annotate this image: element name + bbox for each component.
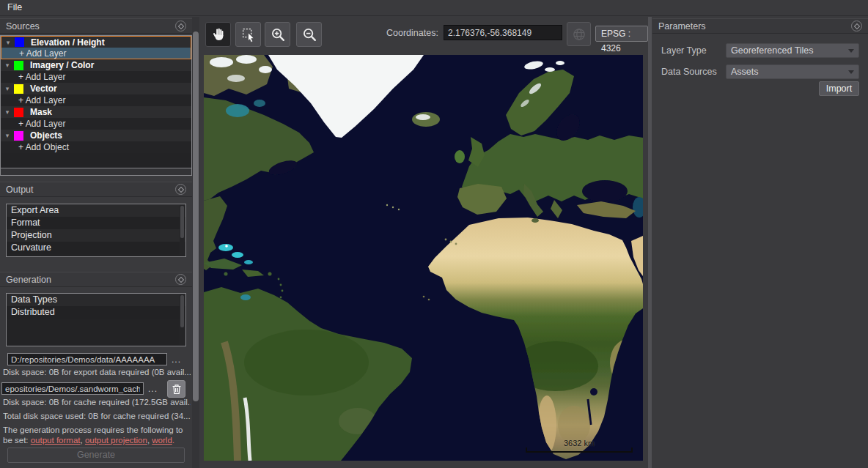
sources-tree-hscrollbar[interactable] [0, 168, 192, 176]
expand-arrow-icon[interactable]: ▾ [1, 62, 14, 69]
add-layer-item[interactable]: + Add Layer [1, 94, 191, 106]
cache-path-browse-button[interactable]: ... [148, 384, 158, 394]
list-item[interactable]: Format [7, 217, 185, 229]
coordinates-label: Coordinates: [386, 28, 438, 38]
export-path-browse-button[interactable]: ... [172, 354, 181, 365]
data-sources-dropdown[interactable]: Assets [726, 64, 859, 79]
generate-button[interactable]: Generate [7, 447, 185, 463]
layer-color-swatch [15, 37, 24, 47]
chevron-down-icon [848, 70, 854, 74]
link-output-projection[interactable]: output projection [85, 436, 147, 445]
sources-panel-header: Sources [0, 18, 192, 34]
requirements-text: The generation process requires the foll… [3, 425, 189, 445]
list-scrollbar[interactable] [180, 294, 185, 345]
source-group-imagery-color[interactable]: ▾Imagery / Color [1, 59, 191, 71]
selection-cursor-icon [240, 26, 257, 42]
link-output-format[interactable]: output format [31, 436, 81, 445]
list-item[interactable]: Curvature [7, 242, 185, 254]
sources-panel-title: Sources [6, 21, 40, 31]
list-scrollbar[interactable] [180, 205, 185, 256]
generation-panel-title: Generation [6, 275, 51, 285]
output-panel-header: Output [0, 182, 192, 197]
add-layer-item[interactable]: + Add Layer [1, 118, 191, 130]
zoom-out-icon [301, 26, 317, 42]
layer-color-swatch [14, 108, 23, 117]
map-scale-label: 3632 km [526, 439, 633, 447]
layer-type-value: Georeferenced Tiles [731, 44, 814, 57]
sources-tree: ▾Elevation / Height+ Add Layer▾Imagery /… [0, 35, 192, 168]
cache-disk-note: Disk space: 0B for cache required (172.5… [3, 398, 191, 406]
data-sources-value: Assets [731, 65, 759, 78]
parameters-panel: Parameters Layer Type Georeferenced Tile… [652, 17, 868, 468]
epsg-badge[interactable]: EPSG : 4326 [595, 26, 648, 42]
panel-splitter[interactable] [648, 17, 652, 468]
list-item[interactable]: Distributed [7, 306, 185, 319]
app-window: { "menu": { "items": ["File"] }, "source… [0, 0, 868, 468]
select-region-tool-button[interactable] [235, 22, 261, 47]
expand-arrow-icon[interactable]: ▾ [1, 108, 14, 116]
list-item[interactable]: Projection [7, 229, 185, 242]
menu-bar: File [0, 0, 868, 16]
hand-icon [211, 27, 226, 42]
trash-icon [172, 384, 182, 395]
list-item[interactable]: Export Area [7, 204, 185, 217]
go-to-coordinates-button[interactable] [567, 22, 591, 46]
collapse-icon[interactable] [851, 21, 862, 31]
clear-cache-button[interactable] [167, 380, 185, 398]
expand-arrow-icon[interactable]: ▾ [1, 132, 14, 139]
map-pane: Coordinates: EPSG : 4326 [199, 17, 648, 468]
coordinates-input[interactable] [444, 25, 562, 40]
output-panel-title: Output [6, 185, 34, 195]
sidebar-scrollbar[interactable] [192, 17, 199, 468]
world-satellite-map [204, 55, 643, 461]
source-group-label: Mask [30, 107, 52, 117]
collapse-icon[interactable] [175, 274, 186, 285]
zoom-in-tool-button[interactable] [265, 22, 290, 47]
source-group-vector[interactable]: ▾Vector [1, 83, 191, 94]
add-layer-item[interactable]: + Add Layer [1, 48, 191, 59]
layer-type-label: Layer Type [661, 45, 707, 56]
link-world[interactable]: world [152, 436, 172, 445]
export-path-input[interactable] [7, 353, 167, 365]
layer-color-swatch [14, 84, 23, 94]
list-item[interactable]: Data Types [7, 294, 185, 306]
layer-color-swatch [14, 131, 23, 141]
source-group-mask[interactable]: ▾Mask [1, 106, 191, 118]
total-disk-note: Total disk space used: 0B for cache requ… [3, 412, 191, 420]
requirements-period: . [172, 436, 174, 445]
collapse-icon[interactable] [175, 21, 186, 31]
add-layer-item[interactable]: + Add Layer [1, 71, 191, 83]
export-disk-note: Disk space: 0B for export data required … [3, 368, 191, 376]
source-group-label: Vector [30, 83, 57, 94]
source-group-elevation-height[interactable]: ▾Elevation / Height [1, 37, 191, 48]
source-group-label: Elevation / Height [31, 37, 105, 48]
collapse-icon[interactable] [175, 184, 186, 195]
map-viewport[interactable]: 3632 km [204, 55, 643, 461]
layer-color-swatch [14, 61, 23, 70]
menu-file[interactable]: File [0, 0, 29, 15]
expand-arrow-icon[interactable]: ▾ [1, 39, 15, 46]
cache-path-input[interactable] [1, 382, 144, 395]
parameters-panel-header: Parameters [652, 18, 868, 34]
left-sidebar: Sources ▾Elevation / Height+ Add Layer▾I… [0, 17, 192, 468]
pan-tool-button[interactable] [205, 22, 231, 47]
output-list: Export AreaFormatProjectionCurvature [6, 204, 186, 257]
expand-arrow-icon[interactable]: ▾ [1, 85, 14, 92]
zoom-out-tool-button[interactable] [296, 22, 322, 47]
source-group-label: Imagery / Color [30, 60, 94, 70]
add-layer-item[interactable]: + Add Object [1, 141, 191, 153]
parameters-panel-title: Parameters [658, 21, 706, 31]
import-button[interactable]: Import [819, 81, 859, 96]
source-group-label: Objects [30, 130, 62, 141]
generation-list: Data TypesDistributed [6, 293, 186, 346]
data-sources-label: Data Sources [661, 67, 717, 77]
generation-panel-header: Generation [0, 272, 192, 287]
globe-icon [572, 27, 586, 42]
source-group-objects[interactable]: ▾Objects [1, 130, 191, 141]
layer-type-dropdown[interactable]: Georeferenced Tiles [726, 43, 859, 58]
selected-group: ▾Elevation / Height+ Add Layer [1, 36, 191, 59]
zoom-in-icon [270, 26, 286, 42]
chevron-down-icon [848, 49, 854, 53]
map-scale-bar: 3632 km [526, 441, 633, 453]
